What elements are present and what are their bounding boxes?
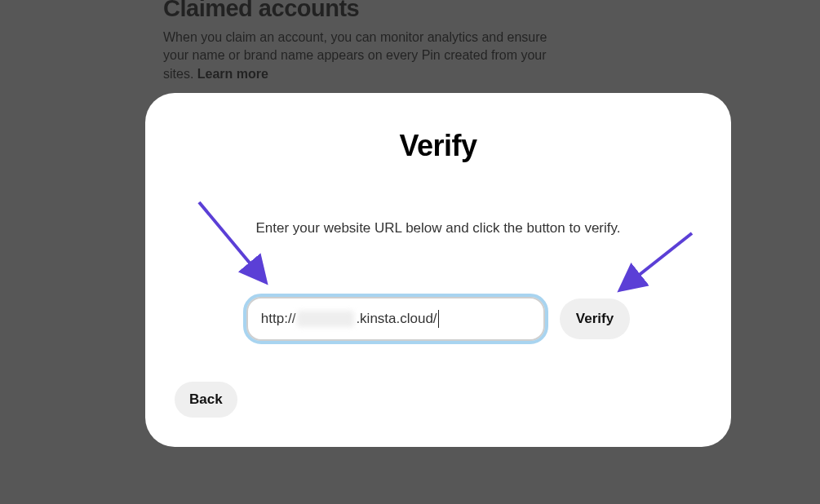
back-button[interactable]: Back bbox=[175, 382, 237, 418]
redacted-subdomain bbox=[297, 311, 354, 327]
verify-modal: Verify Enter your website URL below and … bbox=[145, 93, 731, 447]
url-prefix-text: http:// bbox=[261, 311, 296, 327]
website-url-input[interactable]: http:// .kinsta.cloud/ bbox=[246, 297, 545, 341]
url-suffix-text: .kinsta.cloud/ bbox=[356, 311, 437, 327]
verify-button[interactable]: Verify bbox=[560, 298, 630, 339]
modal-instruction: Enter your website URL below and click t… bbox=[178, 220, 698, 237]
modal-title: Verify bbox=[178, 129, 698, 163]
url-input-row: http:// .kinsta.cloud/ Verify bbox=[178, 297, 698, 341]
text-caret bbox=[438, 310, 439, 328]
